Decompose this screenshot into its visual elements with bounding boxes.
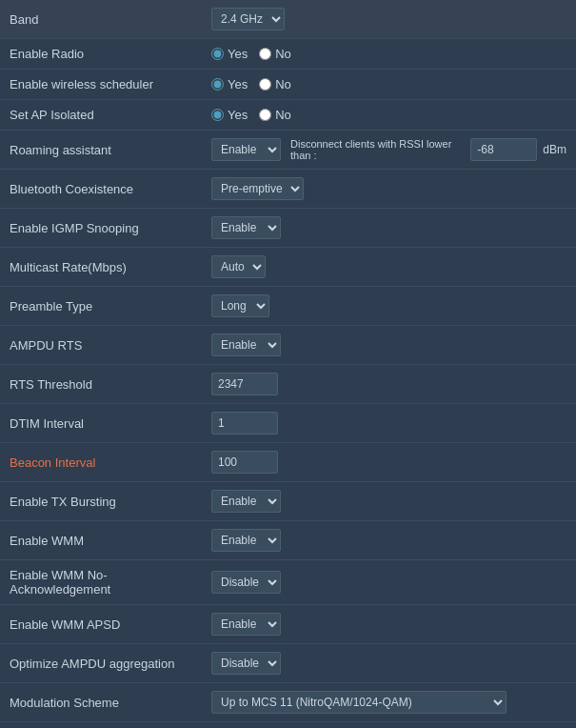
settings-row-bluetooth-coexistence: Bluetooth CoexistencePre-emptiveCooperat… [0, 170, 576, 209]
label-enable-igmp-snooping: Enable IGMP Snooping [0, 209, 202, 248]
value-set-ap-isolated[interactable]: YesNo [202, 100, 576, 131]
settings-row-enable-wireless-scheduler: Enable wireless schedulerYesNo [0, 70, 576, 100]
label-bluetooth-coexistence: Bluetooth Coexistence [0, 170, 202, 209]
select-ampdu-rts[interactable]: EnableDisable [211, 334, 281, 356]
label-rts-threshold: RTS Threshold [0, 365, 202, 404]
select-enable-wmm[interactable]: EnableDisable [211, 529, 281, 552]
label-beacon-interval: Beacon Interval [0, 443, 202, 482]
settings-row-set-ap-isolated: Set AP IsolatedYesNo [0, 100, 576, 131]
select-preamble-type[interactable]: LongShort [211, 294, 269, 317]
select-enable-tx-bursting[interactable]: EnableDisable [211, 490, 281, 513]
text-input-rts-threshold[interactable] [211, 373, 278, 395]
value-preamble-type[interactable]: LongShort [202, 287, 576, 326]
settings-row-enable-wmm: Enable WMMEnableDisable [0, 521, 576, 560]
value-ampdu-rts[interactable]: EnableDisable [202, 326, 576, 365]
value-bluetooth-coexistence[interactable]: Pre-emptiveCooperativeDisabled [202, 170, 576, 209]
label-enable-tx-bursting: Enable TX Bursting [0, 482, 202, 521]
settings-row-enable-wmm-no-ack: Enable WMM No-AcknowledgementDisableEnab… [0, 560, 576, 605]
select-enable-wmm-no-ack[interactable]: DisableEnable [211, 571, 281, 594]
label-roaming-assistant: Roaming assistant [0, 131, 202, 170]
rssi-label: Disconnect clients with RSSI lower than … [290, 138, 465, 161]
text-input-dtim-interval[interactable] [211, 412, 278, 435]
settings-row-multicast-rate: Multicast Rate(Mbps)Auto125.511 [0, 248, 576, 287]
label-band: Band [0, 0, 202, 39]
radio-label-enable-wireless-scheduler-yes[interactable]: Yes [211, 77, 248, 91]
radio-input-enable-wireless-scheduler-no[interactable] [259, 78, 271, 91]
select-bluetooth-coexistence[interactable]: Pre-emptiveCooperativeDisabled [211, 177, 304, 200]
value-enable-wireless-scheduler[interactable]: YesNo [202, 70, 576, 100]
radio-label-enable-radio-yes[interactable]: Yes [211, 47, 248, 61]
radio-input-set-ap-isolated-no[interactable] [259, 109, 271, 121]
radio-group-set-ap-isolated: YesNo [211, 108, 566, 122]
settings-row-preamble-type: Preamble TypeLongShort [0, 287, 576, 326]
value-optimize-ampdu[interactable]: DisableEnable [202, 644, 576, 683]
value-modulation-scheme[interactable]: Up to MCS 11 (NitroQAM/1024-QAM)Up to MC… [202, 683, 576, 722]
settings-row-modulation-scheme: Modulation SchemeUp to MCS 11 (NitroQAM/… [0, 683, 576, 722]
radio-input-enable-radio-yes[interactable] [211, 48, 224, 60]
settings-row-beacon-interval: Beacon Interval [0, 443, 576, 482]
rssi-unit: dBm [543, 143, 566, 156]
select-enable-igmp-snooping[interactable]: EnableDisable [211, 216, 281, 239]
select-modulation-scheme[interactable]: Up to MCS 11 (NitroQAM/1024-QAM)Up to MC… [211, 691, 506, 714]
value-enable-radio[interactable]: YesNo [202, 39, 576, 70]
value-enable-igmp-snooping[interactable]: EnableDisable [202, 209, 576, 248]
settings-row-enable-igmp-snooping: Enable IGMP SnoopingEnableDisable [0, 209, 576, 248]
settings-row-roaming-assistant: Roaming assistantEnableDisableDisconnect… [0, 131, 576, 170]
label-optimize-ampdu: Optimize AMPDU aggregation [0, 644, 202, 683]
settings-row-enable-radio: Enable RadioYesNo [0, 39, 576, 70]
value-multicast-rate[interactable]: Auto125.511 [202, 248, 576, 287]
radio-group-enable-radio: YesNo [211, 47, 566, 61]
radio-label-enable-wireless-scheduler-no[interactable]: No [259, 77, 291, 91]
value-rts-threshold[interactable] [202, 365, 576, 404]
label-airtime-fairness: Airtime Fairness [0, 722, 202, 729]
roaming-select[interactable]: EnableDisable [211, 138, 281, 161]
label-enable-radio: Enable Radio [0, 39, 202, 70]
settings-row-airtime-fairness: Airtime FairnessDisableEnable [0, 722, 576, 729]
settings-row-ampdu-rts: AMPDU RTSEnableDisable [0, 326, 576, 365]
value-airtime-fairness[interactable]: DisableEnable [202, 722, 576, 729]
select-band[interactable]: 2.4 GHz5 GHz [211, 8, 285, 30]
settings-table: Band2.4 GHz5 GHzEnable RadioYesNoEnable … [0, 0, 576, 728]
settings-row-enable-tx-bursting: Enable TX BurstingEnableDisable [0, 482, 576, 521]
radio-label-enable-radio-no[interactable]: No [259, 47, 291, 61]
select-optimize-ampdu[interactable]: DisableEnable [211, 652, 281, 675]
value-dtim-interval[interactable] [202, 404, 576, 443]
roaming-container: EnableDisableDisconnect clients with RSS… [211, 138, 566, 161]
radio-group-enable-wireless-scheduler: YesNo [211, 77, 566, 91]
value-enable-wmm[interactable]: EnableDisable [202, 521, 576, 560]
settings-row-dtim-interval: DTIM Interval [0, 404, 576, 443]
radio-input-enable-wireless-scheduler-yes[interactable] [211, 78, 224, 91]
radio-input-enable-radio-no[interactable] [259, 48, 271, 60]
label-multicast-rate: Multicast Rate(Mbps) [0, 248, 202, 287]
value-enable-wmm-apsd[interactable]: EnableDisable [202, 605, 576, 644]
settings-row-optimize-ampdu: Optimize AMPDU aggregationDisableEnable [0, 644, 576, 683]
label-preamble-type: Preamble Type [0, 287, 202, 326]
radio-label-set-ap-isolated-no[interactable]: No [259, 108, 291, 122]
label-dtim-interval: DTIM Interval [0, 404, 202, 443]
value-beacon-interval[interactable] [202, 443, 576, 482]
settings-row-band: Band2.4 GHz5 GHz [0, 0, 576, 39]
label-enable-wireless-scheduler: Enable wireless scheduler [0, 70, 202, 100]
label-enable-wmm-apsd: Enable WMM APSD [0, 605, 202, 644]
value-band[interactable]: 2.4 GHz5 GHz [202, 0, 576, 39]
select-enable-wmm-apsd[interactable]: EnableDisable [211, 613, 281, 636]
label-set-ap-isolated: Set AP Isolated [0, 100, 202, 131]
value-roaming-assistant[interactable]: EnableDisableDisconnect clients with RSS… [202, 131, 576, 170]
label-modulation-scheme: Modulation Scheme [0, 683, 202, 722]
value-enable-wmm-no-ack[interactable]: DisableEnable [202, 560, 576, 605]
rssi-input[interactable] [470, 138, 537, 161]
text-input-beacon-interval[interactable] [211, 451, 278, 474]
label-enable-wmm: Enable WMM [0, 521, 202, 560]
select-multicast-rate[interactable]: Auto125.511 [211, 255, 266, 278]
settings-row-enable-wmm-apsd: Enable WMM APSDEnableDisable [0, 605, 576, 644]
label-enable-wmm-no-ack: Enable WMM No-Acknowledgement [0, 560, 202, 605]
label-ampdu-rts: AMPDU RTS [0, 326, 202, 365]
radio-input-set-ap-isolated-yes[interactable] [211, 109, 224, 121]
settings-row-rts-threshold: RTS Threshold [0, 365, 576, 404]
radio-label-set-ap-isolated-yes[interactable]: Yes [211, 108, 248, 122]
value-enable-tx-bursting[interactable]: EnableDisable [202, 482, 576, 521]
